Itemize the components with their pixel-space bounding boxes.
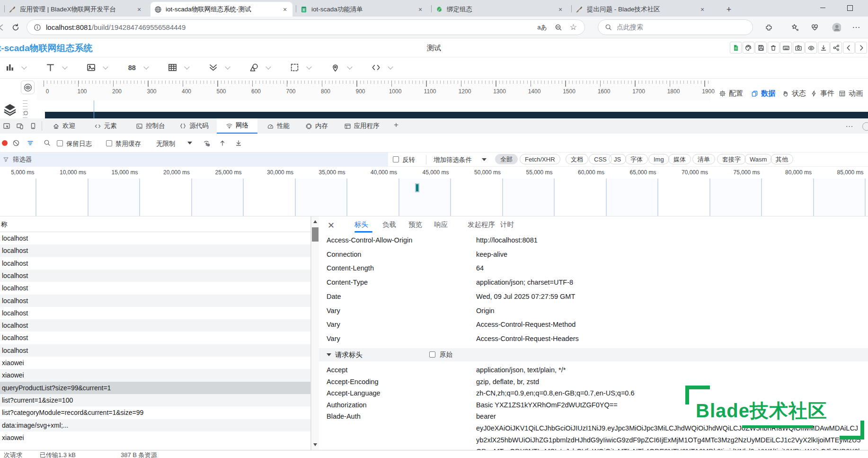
- request-row[interactable]: localhost: [0, 269, 310, 282]
- browser-tab[interactable]: 提出问题 - Blade技术社区×: [572, 2, 710, 17]
- header-button-eye[interactable]: [805, 42, 817, 54]
- request-row[interactable]: list?current=1&size=100: [0, 394, 310, 406]
- chevron-down-icon[interactable]: [143, 64, 149, 69]
- header-button-chevron-right[interactable]: [855, 42, 867, 54]
- request-row[interactable]: localhost: [0, 232, 310, 244]
- chevron-down-icon[interactable]: [103, 64, 108, 69]
- devtools-tab-欢迎[interactable]: 欢迎: [45, 118, 82, 134]
- phone-icon[interactable]: [29, 122, 37, 130]
- search-network-icon[interactable]: [44, 139, 51, 146]
- collapse-triangle-icon[interactable]: [327, 353, 331, 356]
- name-column-header[interactable]: 称: [0, 216, 310, 232]
- header-button-palette[interactable]: [743, 42, 754, 54]
- browser-essentials-icon[interactable]: [811, 23, 819, 31]
- devtools-tab-控制台[interactable]: 控制台: [129, 118, 172, 134]
- request-row[interactable]: localhost: [0, 282, 310, 294]
- browser-tab[interactable]: iot-scada功能清单×: [296, 2, 428, 17]
- image-tool[interactable]: [86, 63, 107, 72]
- funnel-tool[interactable]: [208, 63, 230, 72]
- visibility-toggle-button[interactable]: [21, 81, 35, 94]
- record-icon[interactable]: [2, 140, 8, 146]
- tab-close-icon[interactable]: ×: [699, 6, 706, 13]
- close-icon[interactable]: ✕: [328, 220, 335, 231]
- header-button-save[interactable]: [755, 42, 767, 54]
- panel-tab-动画[interactable]: 动画: [839, 89, 863, 98]
- request-row[interactable]: queryProductList?size=99&current=1: [0, 382, 310, 394]
- translate-icon[interactable]: aあ: [537, 23, 547, 32]
- request-row[interactable]: localhost: [0, 332, 310, 344]
- chevron-down-icon[interactable]: [21, 64, 27, 69]
- table-tool[interactable]: [168, 63, 189, 72]
- header-button-file-green[interactable]: [730, 42, 742, 54]
- request-row[interactable]: localhost: [0, 244, 310, 257]
- refresh-icon[interactable]: [11, 23, 20, 32]
- device-toolbar-icon[interactable]: [16, 122, 24, 130]
- panel-tab-状态[interactable]: 状态: [782, 89, 806, 98]
- request-row[interactable]: localhost: [0, 319, 310, 332]
- tab-close-icon[interactable]: ×: [135, 6, 143, 13]
- filter-chip-Wasm[interactable]: Wasm: [744, 154, 772, 164]
- devtools-more-icon[interactable]: …: [845, 120, 854, 129]
- filter-chip-JS[interactable]: JS: [609, 154, 626, 164]
- devtools-tab-内存[interactable]: 内存: [299, 118, 334, 134]
- select-tool[interactable]: [290, 63, 311, 72]
- header-button-download[interactable]: [818, 42, 830, 54]
- tab-close-icon[interactable]: ×: [557, 6, 564, 13]
- filter-chip-Fetch/XHR[interactable]: Fetch/XHR: [520, 154, 560, 164]
- settings-more-icon[interactable]: …: [852, 20, 861, 30]
- throttling-dropdown[interactable]: 无限制: [156, 140, 176, 148]
- request-row[interactable]: localhost: [0, 307, 310, 319]
- chevron-down-icon[interactable]: [225, 64, 230, 69]
- detail-tab-计时[interactable]: 计时: [500, 220, 514, 229]
- request-row[interactable]: xiaowei: [0, 357, 310, 369]
- disable-cache-checkbox[interactable]: [106, 140, 112, 146]
- shape-tool[interactable]: [249, 63, 270, 72]
- collections-icon[interactable]: [791, 23, 799, 31]
- filter-icon[interactable]: [27, 139, 34, 147]
- chevron-down-icon[interactable]: [306, 64, 311, 69]
- timeline-graph[interactable]: [0, 179, 868, 216]
- digit-tool[interactable]: 88: [127, 63, 148, 72]
- request-headers-section[interactable]: 请求标头 原始: [319, 348, 868, 361]
- search-box[interactable]: 点此搜索: [598, 19, 753, 35]
- back-icon[interactable]: [0, 23, 6, 32]
- more-filters-button[interactable]: 增加筛选条件: [434, 156, 472, 164]
- filter-input[interactable]: 筛选器: [0, 153, 388, 166]
- text-tool[interactable]: [45, 63, 67, 72]
- tab-close-icon[interactable]: ×: [416, 6, 424, 13]
- browser-tab[interactable]: iot-scada物联网组态系统-测试×: [151, 2, 292, 17]
- panel-tab-数据[interactable]: 数据: [751, 89, 775, 98]
- request-row[interactable]: data:image/svg+xml;...: [0, 419, 310, 431]
- chevron-down-icon[interactable]: [62, 64, 67, 69]
- request-row[interactable]: xiaowei: [0, 431, 310, 444]
- pin-tool[interactable]: [330, 63, 352, 72]
- header-button-trash[interactable]: [768, 42, 779, 54]
- clear-icon[interactable]: [12, 139, 20, 147]
- zoom-out-icon[interactable]: [555, 24, 562, 31]
- chevron-down-icon[interactable]: [184, 64, 189, 69]
- filter-chip-字体[interactable]: 字体: [625, 154, 648, 164]
- chevron-down-icon[interactable]: [388, 64, 393, 69]
- detail-tab-响应[interactable]: 响应: [434, 220, 448, 229]
- new-tab-button[interactable]: +: [723, 4, 735, 15]
- inspect-element-icon[interactable]: [3, 122, 10, 130]
- header-button-camera[interactable]: [793, 42, 805, 54]
- header-button-share[interactable]: [830, 42, 842, 54]
- detail-tab-预览[interactable]: 预览: [408, 220, 422, 229]
- request-row[interactable]: localhost: [0, 295, 310, 307]
- filter-chip-媒体[interactable]: 媒体: [668, 154, 691, 164]
- header-button-chevron-left[interactable]: [843, 42, 855, 54]
- preserve-log-checkbox[interactable]: [57, 140, 63, 146]
- header-button-keyboard[interactable]: [780, 42, 792, 54]
- devtools-tab-应用程序[interactable]: 应用程序: [337, 118, 386, 134]
- layers-icon[interactable]: [3, 102, 17, 117]
- devtools-tab-网络[interactable]: 网络: [217, 118, 257, 134]
- filter-chip-全部[interactable]: 全部: [495, 154, 518, 164]
- request-row[interactable]: localhost: [0, 257, 310, 269]
- chart-tool[interactable]: [5, 63, 26, 72]
- profile-avatar[interactable]: [832, 22, 841, 32]
- request-row[interactable]: localhost: [0, 344, 310, 357]
- panel-tab-事件[interactable]: 事件: [810, 89, 834, 98]
- panel-tab-配置[interactable]: 配置: [719, 89, 743, 98]
- raw-checkbox[interactable]: [429, 351, 435, 358]
